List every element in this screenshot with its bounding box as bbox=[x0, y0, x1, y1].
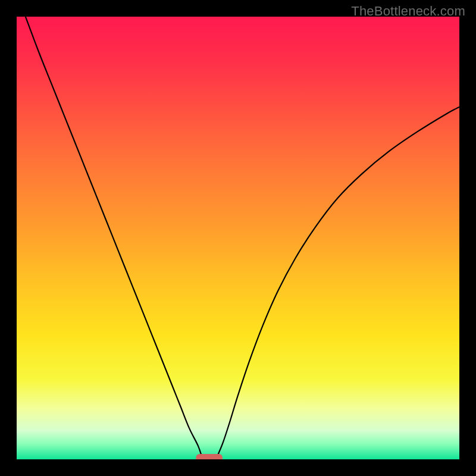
watermark-text: TheBottleneck.com bbox=[351, 4, 465, 19]
plot-area bbox=[17, 17, 459, 459]
outer-frame: TheBottleneck.com bbox=[0, 0, 476, 476]
bottleneck-chart bbox=[17, 17, 459, 459]
optimum-marker bbox=[196, 454, 223, 459]
gradient-background bbox=[17, 17, 459, 459]
